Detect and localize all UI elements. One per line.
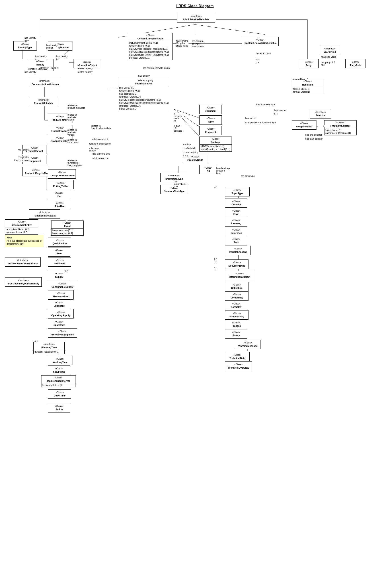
- class-TroubleShooting: «Class» TroubleShooting: [225, 246, 251, 255]
- class-MaintenanceInterval: «Class» MaintenanceInterval frequency: L…: [41, 375, 76, 387]
- class-TechnicalOverview: «Class» TechnicalOverview: [225, 362, 252, 371]
- label-relates-to-party3: relates-to-party: [256, 52, 271, 55]
- label-is-applicable-for-doc-type: is-applicable-for-document-type: [245, 121, 276, 124]
- label-has-rendition: has-rendition: [292, 78, 305, 81]
- label-has-first-child: has-first-child: [183, 147, 196, 149]
- label-relates-to-supply: relates-to-supply: [89, 147, 99, 152]
- svg-line-2: [195, 25, 265, 35]
- class-Topic: «Class» Topic: [199, 115, 222, 125]
- label-is-replace: is-replace-ment-of: [174, 113, 182, 122]
- label-relates-to-lifecycle-phase: relates-to-0..*product-lifecycle-phase: [67, 159, 82, 167]
- class-TechnicalData: «Class» TechnicalData: [225, 352, 250, 361]
- class-DocumentType: «Class» DocumentType: [225, 259, 248, 269]
- class-Identity: «Class» Identity identifier: Literal [1]: [27, 59, 53, 71]
- label-has-selector: has-selector: [274, 109, 286, 112]
- svg-text:lifecycle-: lifecycle-: [192, 42, 200, 45]
- class-SparePart: «Class» SparePart: [48, 319, 70, 328]
- class-FragmentSelector: «Class» FragmentSelector value: Literal …: [324, 120, 357, 135]
- class-WarningMessage: «Class» WarningMessage: [235, 340, 261, 349]
- diagram-container: iiRDS Class Diagram has-content- lifecyc…: [0, 0, 390, 588]
- class-Concept: «Class» Concept: [225, 198, 247, 208]
- class-Use: «Class» Use: [48, 190, 70, 199]
- note-box: Note:All iiRDS classes are subclasses of…: [5, 235, 44, 247]
- label-is-part-of: is-part-of-package: [174, 125, 182, 132]
- label-relates-to-action: relates-to-action: [93, 157, 108, 160]
- class-ProtectiveEquipment: «Class» ProtectiveEquipment: [48, 328, 77, 338]
- label-0star-party: 0..*: [256, 62, 259, 64]
- label-has-identity-domain: has-identity-domain: [46, 44, 58, 49]
- label-has-next-sibling: has-next-sibling: [183, 151, 198, 153]
- class-iiRDSMachineryDomainEntity: «Interface» iirdsMachineryDomainEntity: [5, 277, 42, 287]
- class-Supply: «Class» Supply: [48, 271, 70, 280]
- label-has-start-selector: has-start-selector: [305, 138, 323, 140]
- label-relates-to-event: relates-to-event: [92, 138, 108, 141]
- class-PlanningTime: «Interface» PlanningTime duration: xsd:d…: [33, 342, 65, 354]
- label-relates-to-product-feature: relates-to-product-feature: [67, 114, 78, 121]
- class-AfterUse: «Class» AfterUse: [48, 200, 71, 209]
- label-relates-to-party: relates-to-party: [78, 67, 93, 70]
- class-Formality: «Class» Formality: [225, 301, 247, 310]
- class-Lubricant: «Class» Lubricant: [48, 299, 70, 309]
- class-Action: «Class» Action: [48, 403, 70, 413]
- label-has-directory-structure-type: has-directory-structure-type: [216, 167, 230, 174]
- label-has-party-role: has-party- 0..1role: [321, 61, 335, 66]
- label-relates-to-functional-metadata: relates-to-functional-metadata: [91, 125, 111, 130]
- class-ProductMetadata: «Interface» ProductMetadata: [29, 97, 58, 106]
- class-InformationObject: «Class» InformationObject: [74, 59, 100, 68]
- label-has-information-type: has-information-type: [174, 180, 186, 188]
- label-has-planning-time: has-planning-time: [93, 153, 110, 155]
- class-Selector: «Interface» Selector: [310, 109, 331, 119]
- label-01-10: 0..1 0..1: [183, 143, 191, 145]
- label-relates-to-vcard: relates-to-vcard: [321, 56, 336, 58]
- label-0star-planningtime: 0..*: [35, 340, 38, 343]
- class-Reference: «Class» Reference: [225, 227, 247, 236]
- label-has-end-selector: has-end-selector: [305, 134, 322, 136]
- label-1-fragmentselector: 1: [323, 125, 325, 127]
- class-Document: «Class» Document: [199, 105, 222, 114]
- label-has-identity2: has-identity: [25, 71, 36, 73]
- label-0star-supply: 0..*: [65, 269, 68, 272]
- class-iiRDSSoftwareDomainEntity: «Interface» iirdsSoftwareDomainEntity: [5, 257, 41, 267]
- label-relates-to-product-metadata: relates-to-product-metadata: [67, 104, 85, 109]
- class-Safety: «Class» Safety: [225, 329, 247, 338]
- class-Form: «Class» Form: [225, 208, 247, 217]
- svg-text:has-content-: has-content-: [192, 40, 204, 42]
- label-01-01: 0..1 0..1: [183, 155, 191, 158]
- class-RangeSelector: «Class» RangeSelector: [292, 120, 316, 130]
- label-has-identity3: has-identity: [18, 149, 29, 151]
- class-InformationSubject: «Class» InformationSubject: [225, 271, 254, 280]
- class-Task: «Class» Task: [225, 236, 247, 246]
- class-InformationUnit: «Interface» InformationUnit title: Liter…: [118, 78, 169, 111]
- label-relates-to-product-variant: relates-to-product-variant: [67, 129, 78, 136]
- class-Party: «Class» Party: [299, 59, 319, 68]
- label-has-identity-dot: has-identity0..*: [56, 55, 67, 60]
- class-DownTime: «Class» DownTime: [48, 389, 71, 399]
- class-ProductLifecyclePhase: «Class» ProductLifecyclePhase: [22, 167, 49, 176]
- class-SetupTime: «Class» SetupTime: [48, 366, 70, 375]
- label-has-component: has-component: [14, 159, 30, 162]
- class-Rendition: «Class» Rendition source: Literal [1] fo…: [292, 79, 323, 94]
- label-1-rangeselector: 1: [316, 125, 318, 127]
- label-relates-to-party2: relates-to-party: [78, 71, 93, 73]
- class-ContentLifecycleStatus: «Class» ContentLifecycleStatus statusCom…: [128, 33, 173, 60]
- class-Fragment: «Class» Fragment: [199, 126, 222, 135]
- class-Nil: «Class» Nil: [199, 165, 217, 174]
- class-DesignAndRealization: «Class» DesignAndRealization: [48, 169, 76, 179]
- label-has-subject: has-subject: [245, 117, 256, 119]
- class-ConsumableSupply: «Class» ConsumableSupply: [48, 281, 77, 290]
- class-Process: «Class» Process: [225, 320, 247, 329]
- class-Conformity: «Class» Conformity: [225, 291, 248, 301]
- label-0star-infosubj: 0..*: [214, 267, 217, 270]
- class-Package: «Class» Package iiRDSVersion: Literal [1…: [199, 136, 232, 152]
- label-0star-event: 0..*: [65, 219, 68, 222]
- diagram-title: iiRDS Class Diagram: [0, 0, 390, 10]
- class-vcard-Kind: «Interface» vcard:Kind: [320, 46, 340, 55]
- label-has-identity-type: has-identity-type: [25, 37, 37, 42]
- class-Qualification: «Class» Qualification: [48, 237, 71, 247]
- class-PuttingToUse: «Class» PuttingToUse: [48, 180, 74, 189]
- label-has-content-lifecycle-status: has-content-lifecycle-status: [143, 67, 170, 69]
- class-FunctionalMetadata: «Interface» FunctionalMetadata: [29, 209, 60, 219]
- label-has-identity4: has-identity: [18, 156, 29, 158]
- class-HardwareTool: «Class» HardwareTool: [48, 290, 74, 299]
- class-IdentityType: «Class» IdentityType: [13, 41, 37, 50]
